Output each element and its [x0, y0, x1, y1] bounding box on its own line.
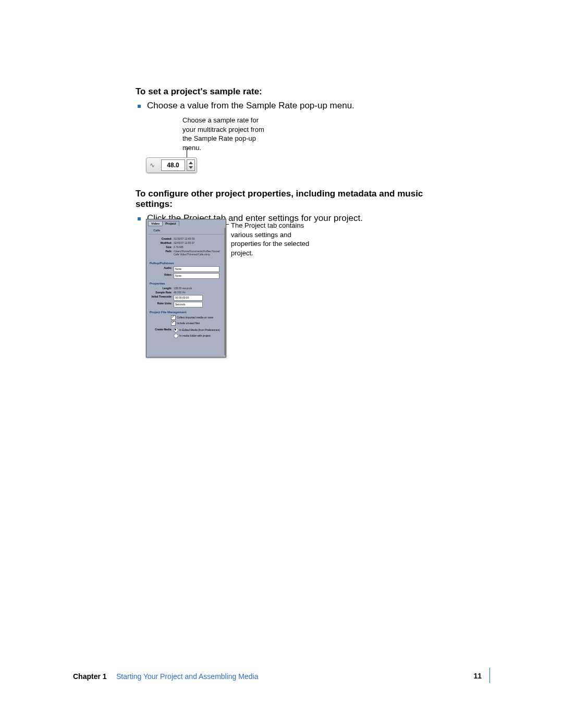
panel-tabs: Video Project [148, 221, 179, 226]
label: Audio: [150, 266, 174, 272]
section-header: Pullup/Pulldown [150, 262, 224, 265]
chapter-title: Starting Your Project and Assembling Med… [116, 672, 258, 681]
page-footer: Chapter 1 Starting Your Project and Asse… [73, 672, 490, 687]
label: Sample Rate: [150, 291, 174, 294]
sample-rate-value: 48.000 Hz [174, 291, 186, 294]
checkbox-collect[interactable] [171, 315, 176, 320]
checkbox-include[interactable] [171, 321, 176, 326]
waveform-icon: ∿ [150, 162, 155, 169]
label: Ruler Units: [150, 302, 174, 307]
created-value: 01/30/07 12:45:59 [174, 237, 194, 240]
stepper-arrows-icon[interactable] [187, 159, 195, 171]
heading-sample-rate: To set a project's sample rate: [136, 87, 459, 97]
label: Modified: [150, 241, 174, 244]
checkbox-row: Collect imported media on save [171, 315, 222, 320]
checkbox-row: Include unused files [171, 321, 222, 326]
bullet-item: Choose a value from the Sample Rate pop-… [136, 100, 459, 112]
label: Initial Timecode: [150, 295, 174, 301]
length-value: 138.00 seconds [174, 287, 192, 290]
callout-project-tab: The Project tab contains various setting… [231, 221, 314, 257]
video-select[interactable]: None [174, 273, 219, 279]
ruler-units-select[interactable]: Seconds [174, 302, 203, 307]
tab-video[interactable]: Video [148, 221, 163, 226]
modified-value: 02/05/07 12:55:57 [174, 241, 194, 244]
label: Created: [150, 237, 174, 240]
callout-sample-rate: Choose a sample rate for your multitrack… [182, 116, 271, 152]
panel-body: Cafe Created:01/30/07 12:45:59 Modified:… [148, 228, 224, 355]
size-value: 2.76 MB [174, 245, 183, 249]
project-panel: Video Project Cafe Created:01/30/07 12:4… [146, 219, 226, 357]
page-number: 11 [473, 672, 482, 680]
section-header: Properties [150, 282, 224, 285]
document-page: { "heading1": "To set a project's sample… [0, 0, 563, 728]
radio-media-folder[interactable] [174, 334, 178, 338]
label: Video: [150, 273, 174, 279]
timecode-field[interactable]: 00:00:00:00 [174, 295, 203, 301]
label: Path: [150, 250, 174, 256]
sample-rate-value[interactable]: 48.0 [161, 159, 185, 171]
section-header: Project File Management [150, 311, 224, 314]
label: Create Media: [150, 328, 174, 332]
radio-edited-media[interactable] [174, 328, 178, 332]
footer-rule [489, 668, 490, 683]
audio-select[interactable]: None [174, 266, 219, 272]
label: Length: [150, 287, 174, 290]
sample-rate-popup[interactable]: ∿ 48.0 [146, 157, 197, 173]
tab-project[interactable]: Project [162, 221, 179, 226]
label: Size: [150, 245, 174, 249]
chapter-label: Chapter 1 [73, 672, 107, 681]
heading-project-properties: To configure other project properties, i… [136, 189, 459, 209]
project-name: Cafe [148, 228, 224, 235]
section-sample-rate: To set a project's sample rate: Choose a… [136, 87, 459, 112]
path-value: /Users/Home/Documents/Koffee House/Cafe … [174, 250, 221, 256]
bullet-list: Choose a value from the Sample Rate pop-… [136, 100, 459, 112]
